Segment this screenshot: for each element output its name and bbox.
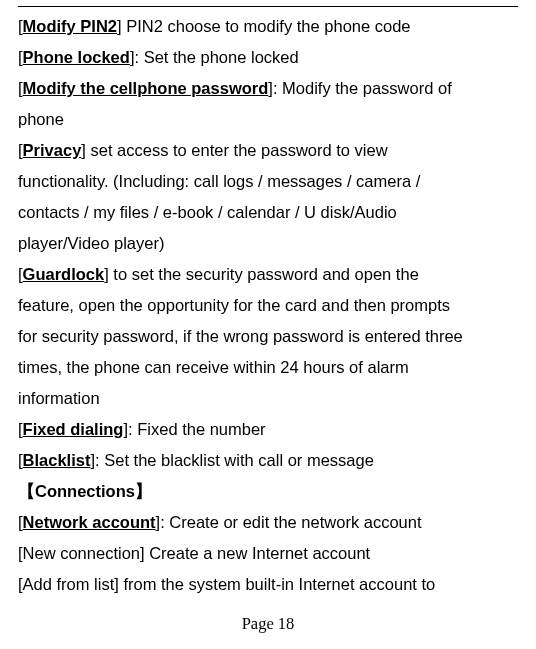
line-guardlock-1: [Guardlock] to set the security password… [18,259,518,290]
line-connections: 【Connections】 [18,476,518,507]
label-blacklist: Blacklist [23,451,91,469]
line-privacy-1: [Privacy] set access to enter the passwo… [18,135,518,166]
line-guardlock-4: times, the phone can receive within 24 h… [18,352,518,383]
line-privacy-2: functionality. (Including: call logs / m… [18,166,518,197]
line-blacklist: [Blacklist]: Set the blacklist with call… [18,445,518,476]
line-new-connection: [New connection] Create a new Internet a… [18,538,518,569]
label-privacy: Privacy [23,141,82,159]
line-phone-locked: [Phone locked]: Set the phone locked [18,42,518,73]
line-modify-password-2: phone [18,104,518,135]
bracket-close-icon: 】 [135,482,152,500]
line-guardlock-3: for security password, if the wrong pass… [18,321,518,352]
document-body: [Modify PIN2] PIN2 choose to modify the … [18,11,518,600]
line-privacy-4: player/Video player) [18,228,518,259]
label-guardlock: Guardlock [23,265,105,283]
line-privacy-3: contacts / my files / e-book / calendar … [18,197,518,228]
label-network-account: Network account [23,513,156,531]
label-connections: Connections [35,482,135,500]
label-fixed-dialing: Fixed dialing [23,420,124,438]
line-guardlock-5: information [18,383,518,414]
line-modify-pin2: [Modify PIN2] PIN2 choose to modify the … [18,11,518,42]
label-phone-locked: Phone locked [23,48,130,66]
bracket-open-icon: 【 [18,482,35,500]
line-guardlock-2: feature, open the opportunity for the ca… [18,290,518,321]
line-network-account: [Network account]: Create or edit the ne… [18,507,518,538]
line-modify-password-1: [Modify the cellphone password]: Modify … [18,73,518,104]
line-fixed-dialing: [Fixed dialing]: Fixed the number [18,414,518,445]
line-add-from-list: [Add from list] from the system built-in… [18,569,518,600]
label-modify-password: Modify the cellphone password [23,79,269,97]
top-rule [18,6,518,7]
label-modify-pin2: Modify PIN2 [23,17,117,35]
page-number: Page 18 [18,614,518,634]
